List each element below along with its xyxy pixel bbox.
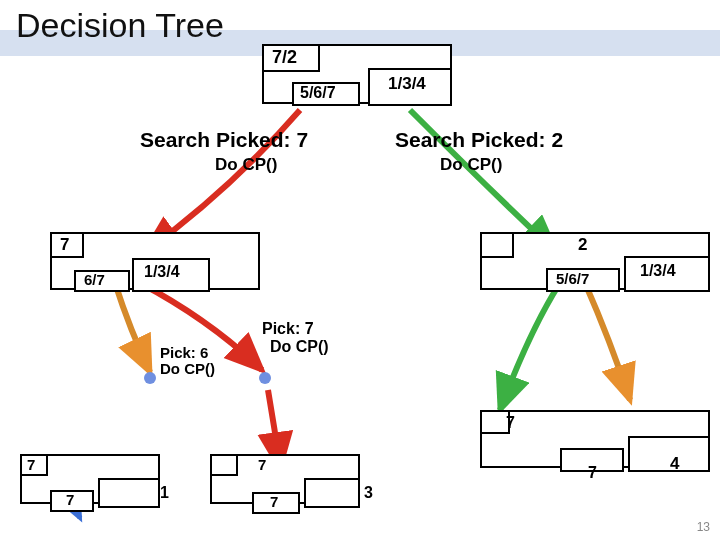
bottom-b-label-box	[210, 454, 238, 476]
bottom-c-label: 7	[506, 414, 515, 432]
node-7-label: 7	[60, 235, 69, 255]
node-2-child-right-label: 1/3/4	[640, 262, 676, 280]
bottom-a-sibling	[98, 478, 160, 508]
page-number: 13	[697, 520, 710, 534]
search-right-heading: Search Picked: 2	[395, 128, 563, 152]
root-label: 7/2	[272, 47, 297, 68]
node-2-label-box	[480, 232, 514, 258]
node-2-label: 2	[578, 235, 587, 255]
search-left-action: Do CP()	[215, 155, 277, 175]
search-left-heading: Search Picked: 7	[140, 128, 308, 152]
bottom-a-child-label: 7	[66, 491, 74, 508]
bottom-b-child-label: 7	[270, 493, 278, 510]
pick7-line1: Pick: 7	[262, 320, 314, 338]
bottom-c-child-left-label: 7	[588, 464, 597, 482]
bottom-b-sibling-label: 3	[364, 484, 373, 502]
node-7-child-left-label: 6/7	[84, 271, 105, 288]
bottom-b-sibling	[304, 478, 360, 508]
root-child-right-label: 1/3/4	[388, 74, 426, 94]
node-7-child-right-label: 1/3/4	[144, 263, 180, 281]
pick6-line2: Do CP()	[160, 360, 215, 377]
node-2-child-left-label: 5/6/7	[556, 270, 589, 287]
pick6-line1: Pick: 6	[160, 344, 208, 361]
svg-point-1	[259, 372, 271, 384]
pick7-line2: Do CP()	[270, 338, 329, 356]
bottom-c-child-right	[628, 436, 710, 472]
bottom-a-sibling-label: 1	[160, 484, 169, 502]
search-right-action: Do CP()	[440, 155, 502, 175]
bottom-a-label: 7	[27, 456, 35, 473]
root-child-left-label: 5/6/7	[300, 84, 336, 102]
bottom-b-label: 7	[258, 456, 266, 473]
svg-point-0	[144, 372, 156, 384]
bottom-c-child-right-label: 4	[670, 454, 679, 474]
